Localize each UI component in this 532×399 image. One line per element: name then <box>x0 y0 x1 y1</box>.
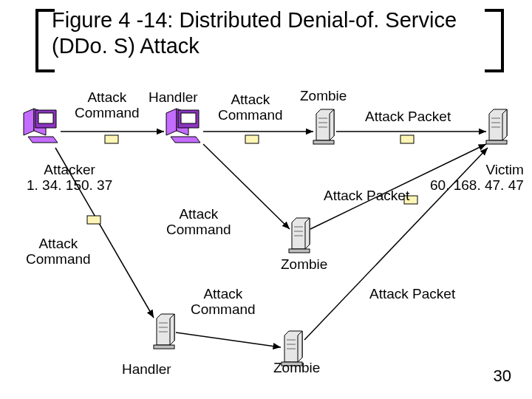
zombie-top-icon <box>313 109 334 144</box>
handler-bottom-icon <box>154 314 174 349</box>
label-attack-command: Attack Command <box>166 207 231 238</box>
hop-box <box>87 216 100 224</box>
hop-box <box>105 135 118 143</box>
slide: Figure 4 -14: Distributed Denial-of. Ser… <box>0 0 532 399</box>
label-zombie: Zombie <box>273 361 320 376</box>
arrow <box>176 332 281 347</box>
label-attack-packet: Attack Packet <box>365 109 451 125</box>
label-attack-command: Attack Command <box>75 90 140 121</box>
label-zombie: Zombie <box>300 89 347 104</box>
label-attack-command: Attack Command <box>218 92 283 123</box>
label-handler: Handler <box>149 90 198 106</box>
hop-box <box>245 135 259 143</box>
label-victim: Victim 60. 168. 47. 47 <box>430 163 524 194</box>
network-diagram <box>0 0 532 399</box>
page-number: 30 <box>494 366 511 386</box>
label-handler: Handler <box>122 362 171 378</box>
label-attack-command: Attack Command <box>191 287 256 318</box>
label-attack-command: Attack Command <box>26 236 91 267</box>
victim-icon <box>486 109 507 144</box>
zombie-mid-icon <box>289 218 310 253</box>
hop-box <box>400 135 414 143</box>
handler-top-icon <box>166 109 200 143</box>
label-attack-packet: Attack Packet <box>369 287 455 302</box>
label-zombie: Zombie <box>281 257 327 273</box>
attacker-icon <box>24 109 58 143</box>
label-attack-packet: Attack Packet <box>324 188 409 204</box>
label-attacker: Attacker 1. 34. 150. 37 <box>27 163 112 194</box>
